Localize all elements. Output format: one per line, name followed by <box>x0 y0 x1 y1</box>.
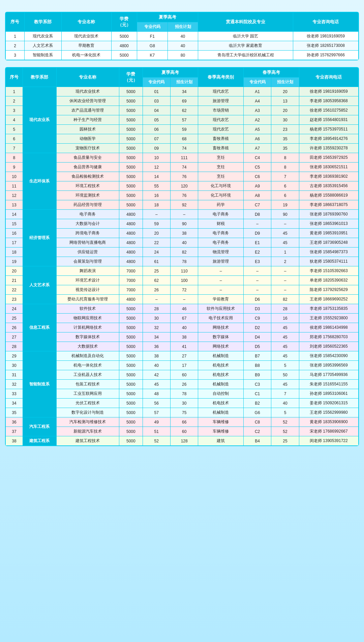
table-row: 8生态环保系食品质量与安全500010111烹饪C48田老师 156539729… <box>5 153 359 163</box>
cell-contact: 李老师 18954914276 <box>299 134 359 144</box>
cell-spring_type: 电子技术应用 <box>198 314 243 323</box>
table-cell: 现代农业技术 <box>61 32 111 41</box>
cell-s_plan: 72 <box>170 285 198 295</box>
cell-s_plan: 60 <box>170 370 198 380</box>
table-cell: 2 <box>5 41 24 51</box>
cell-fee: 5000 <box>119 115 143 125</box>
cell-no: 9 <box>5 163 23 172</box>
cell-no: 28 <box>5 342 23 351</box>
cell-no: 34 <box>5 399 23 408</box>
cell-no: 20 <box>5 266 23 276</box>
cell-s_plan: 76 <box>170 191 198 200</box>
cell-major: 大数据技术 <box>56 342 119 351</box>
cell-major: 环境工程技术 <box>56 181 119 191</box>
cell-p_code: A8 <box>243 191 271 200</box>
cell-contact: 陈老师 13792925629 <box>299 285 359 295</box>
cell-s_plan: – <box>170 295 198 304</box>
cell-p_plan: 13 <box>271 96 299 106</box>
cell-p_plan: 45 <box>271 380 299 389</box>
cell-dept: 经济管理系 <box>23 210 56 266</box>
cell-fee: 5000 <box>119 304 143 314</box>
cell-p_plan: 45 <box>271 229 299 238</box>
cell-s_code: 52 <box>143 436 170 446</box>
cell-s_code: 06 <box>143 125 170 134</box>
th2-p-code: 专业代码 <box>243 78 271 87</box>
cell-no: 27 <box>5 332 23 342</box>
table-cell: 机电一体化技术 <box>61 51 111 60</box>
table-cell: K7 <box>137 51 168 60</box>
cell-fee: 4800 <box>119 238 143 247</box>
table-row: 2人文艺术系早期教育4800G840临沂大学 家庭教育张老师 182651730… <box>5 41 359 51</box>
cell-no: 33 <box>5 389 23 399</box>
cell-s_code: 34 <box>143 332 170 342</box>
table-row: 36汽车工程系汽车检测与维修技术50004966车辆维修C852黄老师 1835… <box>5 417 359 427</box>
cell-p_plan: 7 <box>271 389 299 399</box>
cell-s_plan: 100 <box>170 276 198 285</box>
table-row: 38建筑工程系建筑工程技术500052128建筑B425闵老师 13905391… <box>5 436 359 446</box>
cell-spring_type: 烹饪 <box>198 172 243 181</box>
cell-p_plan: 20 <box>271 87 299 96</box>
cell-spring_type: 电子商务 <box>198 229 243 238</box>
cell-s_code: 51 <box>143 427 170 436</box>
cell-spring_type: 现代农艺 <box>198 115 243 125</box>
cell-s_plan: 17 <box>170 361 198 370</box>
cell-contact: 赵老师 15564801931 <box>299 115 359 125</box>
table-cell: 张老师 18265173008 <box>293 41 359 51</box>
cell-s_code: 28 <box>143 304 170 314</box>
cell-p_plan: 45 <box>271 332 299 342</box>
cell-contact: 李老师 18753135835 <box>299 304 359 314</box>
cell-p_plan: 30 <box>271 115 299 125</box>
cell-p_code: D6 <box>243 295 271 304</box>
cell-fee: 4800 <box>119 247 143 257</box>
cell-fee: 5000 <box>119 172 143 181</box>
th-contact: 专业咨询电话 <box>293 12 359 32</box>
table1-wrap: 序号 教学系部 专业名称 学费（元） 夏季高考 贯通本科院校及专业 专业咨询电话… <box>5 12 359 60</box>
cell-major: 供应链运营 <box>56 247 119 257</box>
th-no: 序号 <box>5 12 24 32</box>
table-cell: 智能制造系 <box>24 51 61 60</box>
cell-fee: 5000 <box>119 144 143 153</box>
cell-contact: 李老师 18663718075 <box>299 200 359 210</box>
table-row: 14经济管理系电子商务4800––电子商务D890张老师 18769390760 <box>5 210 359 219</box>
table-row: 2休闲农业经营与管理50000369旅游管理A413李老师 1805395836… <box>5 96 359 106</box>
cell-s_code: 56 <box>143 399 170 408</box>
cell-fee: 5000 <box>119 87 143 96</box>
cell-s_plan: 26 <box>170 380 198 389</box>
cell-p_code: – <box>243 276 271 285</box>
cell-major: 光伏工程技术 <box>56 399 119 408</box>
cell-fee: 4800 <box>119 210 143 219</box>
cell-major: 视觉传达设计 <box>56 285 119 295</box>
cell-no: 35 <box>5 408 23 417</box>
cell-major: 电子商务 <box>56 210 119 219</box>
cell-fee: 5000 <box>119 314 143 323</box>
cell-s_plan: 76 <box>170 172 198 181</box>
table-row: 20人文艺术系舞蹈表演700025110–––李老师 15105392663 <box>5 266 359 276</box>
cell-no: 15 <box>5 219 23 229</box>
table-row: 22视觉传达设计70002672–––陈老师 13792925629 <box>5 285 359 295</box>
th-major: 专业名称 <box>61 12 111 32</box>
table-row: 29智能制造系机械制造及自动化50003827机械制造B745张老师 15854… <box>5 351 359 361</box>
cell-s_code: 40 <box>143 361 170 370</box>
table-row: 30机电一体化技术50004017机电技术B85张老师 18953996569 <box>5 361 359 370</box>
cell-no: 37 <box>5 427 23 436</box>
cell-s_code: – <box>143 295 170 304</box>
cell-s_plan: 78 <box>170 257 198 266</box>
cell-contact: 徐老师 15610275852 <box>299 106 359 115</box>
cell-p_code: B2 <box>243 399 271 408</box>
table-row: 17网络营销与直播电商48002240电子商务E145王老师 187369052… <box>5 238 359 247</box>
cell-fee: 5000 <box>119 351 143 361</box>
cell-major: 舞蹈表演 <box>56 266 119 276</box>
cell-p_plan: 40 <box>271 399 299 408</box>
cell-contact: 孙老师 18953106061 <box>299 389 359 399</box>
table-row: 21环境艺术设计700062100–––单老师 18205390632 <box>5 276 359 285</box>
table-row: 34光伏工程技术50005630机电技术B240姜老师 15092061315 <box>5 399 359 408</box>
cell-spring_type: 物流管理 <box>198 247 243 257</box>
table-row: 37新能源汽车技术50005160车辆维修C252宋老师 17686992667 <box>5 427 359 436</box>
cell-no: 24 <box>5 304 23 314</box>
cell-s_plan: 41 <box>170 342 198 351</box>
cell-p_plan: 35 <box>271 134 299 144</box>
cell-s_plan: 34 <box>170 87 198 96</box>
table-cell: 1 <box>5 32 24 41</box>
cell-p_plan: 90 <box>271 210 299 219</box>
table-cell: 现代农业系 <box>24 32 61 41</box>
